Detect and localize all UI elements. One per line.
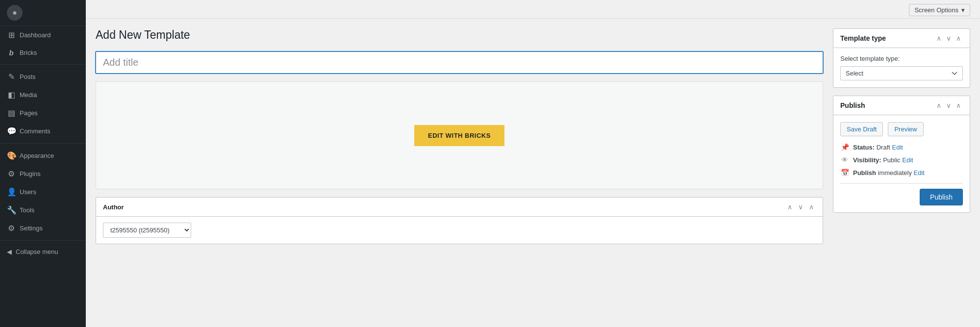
sidebar-item-label: Media (20, 91, 37, 99)
visibility-value: Public (883, 156, 900, 164)
sidebar-item-plugins[interactable]: ⚙ Plugins (0, 165, 86, 183)
nav-separator-3 (0, 240, 86, 241)
sidebar-item-comments[interactable]: 💬 Comments (0, 122, 86, 140)
left-panel: Add New Template EDIT WITH BRICKS Author… (96, 28, 823, 317)
settings-icon: ⚙ (7, 224, 16, 233)
sidebar: ● ⊞ Dashboard b Bricks ✎ Posts ◧ Media ▤… (0, 0, 86, 327)
publish-box-toggle-button[interactable]: ∧ (954, 101, 963, 110)
author-meta-box-header: Author ∧ ∨ ∧ (96, 198, 823, 217)
sidebar-item-label: Settings (20, 225, 43, 232)
publish-time-label: Publish (853, 169, 876, 176)
content-area: Add New Template EDIT WITH BRICKS Author… (86, 19, 980, 327)
publish-box-body: Save Draft Preview 📌 Status: Draft Edit … (833, 115, 970, 212)
content-editor: EDIT WITH BRICKS (96, 81, 823, 189)
sidebar-item-label: Plugins (20, 170, 41, 177)
author-box-collapse-down-button[interactable]: ∨ (796, 202, 805, 211)
edit-with-bricks-button[interactable]: EDIT WITH BRICKS (414, 125, 504, 146)
template-type-box-header: Template type ∧ ∨ ∧ (833, 29, 970, 48)
tools-icon: 🔧 (7, 205, 16, 215)
main-content: Screen Options ▾ Add New Template EDIT W… (86, 0, 980, 327)
visibility-icon: 👁 (840, 156, 849, 164)
collapse-menu-button[interactable]: ◀ Collapse menu (0, 244, 86, 260)
pages-icon: ▤ (7, 108, 16, 118)
publish-button[interactable]: Publish (920, 189, 963, 205)
visibility-edit-link[interactable]: Edit (902, 156, 913, 164)
sidebar-item-bricks[interactable]: b Bricks (0, 44, 86, 61)
publish-box-controls: ∧ ∨ ∧ (934, 101, 963, 110)
template-type-select[interactable]: Select Header Footer Single Archive Sear… (840, 66, 963, 80)
users-icon: 👤 (7, 187, 16, 197)
save-draft-label: Save Draft (847, 126, 877, 133)
comments-icon: 💬 (7, 126, 16, 136)
wp-logo-icon: ● (7, 5, 23, 21)
author-meta-box: Author ∧ ∨ ∧ t2595550 (t2595550) (96, 197, 823, 244)
appearance-icon: 🎨 (7, 151, 16, 160)
sidebar-item-dashboard[interactable]: ⊞ Dashboard (0, 26, 86, 44)
template-type-label: Select template type: (840, 55, 963, 62)
publish-box: Publish ∧ ∨ ∧ Save Draft Preview (833, 96, 970, 213)
publish-box-down-button[interactable]: ∨ (944, 101, 953, 110)
topbar: Screen Options ▾ (86, 0, 980, 19)
publish-time-edit-link[interactable]: Edit (914, 169, 925, 176)
screen-options-button[interactable]: Screen Options ▾ (909, 4, 970, 16)
status-meta-item: 📌 Status: Draft Edit (840, 143, 963, 151)
author-select[interactable]: t2595550 (t2595550) (103, 223, 191, 238)
visibility-label: Visibility: (853, 156, 881, 164)
screen-options-arrow-icon: ▾ (961, 6, 965, 14)
template-type-toggle-button[interactable]: ∧ (954, 34, 963, 43)
sidebar-item-appearance[interactable]: 🎨 Appearance (0, 147, 86, 165)
status-edit-link[interactable]: Edit (892, 144, 903, 151)
posts-icon: ✎ (7, 72, 16, 81)
template-type-down-button[interactable]: ∨ (944, 34, 953, 43)
collapse-label: Collapse menu (16, 248, 58, 255)
publish-actions: Save Draft Preview (840, 122, 963, 136)
sidebar-item-label: Tools (20, 206, 34, 214)
publish-time-icon: 📅 (840, 169, 849, 176)
publish-button-label: Publish (930, 193, 953, 201)
title-input[interactable] (96, 51, 823, 74)
status-value: Draft (877, 144, 890, 151)
sidebar-item-users[interactable]: 👤 Users (0, 183, 86, 201)
publish-box-up-button[interactable]: ∧ (934, 101, 943, 110)
sidebar-item-label: Pages (20, 109, 38, 117)
plugins-icon: ⚙ (7, 169, 16, 178)
template-type-up-button[interactable]: ∧ (934, 34, 943, 43)
template-type-title: Template type (840, 34, 886, 42)
author-meta-box-controls: ∧ ∨ ∧ (785, 202, 816, 211)
sidebar-item-posts[interactable]: ✎ Posts (0, 68, 86, 86)
template-type-box-controls: ∧ ∨ ∧ (934, 34, 963, 43)
sidebar-item-pages[interactable]: ▤ Pages (0, 104, 86, 122)
edit-with-bricks-label: EDIT WITH BRICKS (428, 132, 491, 139)
sidebar-item-label: Dashboard (20, 31, 51, 39)
sidebar-item-label: Posts (20, 73, 36, 80)
publish-box-header: Publish ∧ ∨ ∧ (833, 96, 970, 115)
visibility-meta-item: 👁 Visibility: Public Edit (840, 156, 963, 164)
preview-button[interactable]: Preview (888, 122, 923, 136)
page-title: Add New Template (96, 28, 823, 42)
nav-separator-2 (0, 143, 86, 144)
sidebar-item-settings[interactable]: ⚙ Settings (0, 219, 86, 237)
publish-time-value: immediately (878, 169, 912, 176)
publish-footer: Publish (840, 183, 963, 205)
publish-box-title: Publish (840, 101, 865, 109)
status-icon: 📌 (840, 143, 849, 151)
publish-time-meta-item: 📅 Publish immediately Edit (840, 169, 963, 176)
dashboard-icon: ⊞ (7, 30, 16, 40)
author-meta-box-title: Author (103, 203, 124, 211)
sidebar-item-label: Appearance (20, 152, 54, 159)
nav-separator (0, 64, 86, 65)
publish-meta: 📌 Status: Draft Edit 👁 Visibility: Publi… (840, 143, 963, 176)
author-box-toggle-button[interactable]: ∧ (807, 202, 816, 211)
collapse-icon: ◀ (7, 248, 12, 255)
sidebar-item-label: Comments (20, 127, 50, 135)
sidebar-nav: ⊞ Dashboard b Bricks ✎ Posts ◧ Media ▤ P… (0, 26, 86, 327)
save-draft-button[interactable]: Save Draft (840, 122, 883, 136)
media-icon: ◧ (7, 90, 16, 100)
sidebar-item-media[interactable]: ◧ Media (0, 86, 86, 104)
author-box-collapse-up-button[interactable]: ∧ (785, 202, 794, 211)
status-label: Status: (853, 144, 875, 151)
template-type-box-body: Select template type: Select Header Foot… (833, 48, 970, 87)
sidebar-logo: ● (0, 0, 86, 26)
sidebar-item-label: Users (20, 188, 36, 196)
sidebar-item-tools[interactable]: 🔧 Tools (0, 201, 86, 219)
